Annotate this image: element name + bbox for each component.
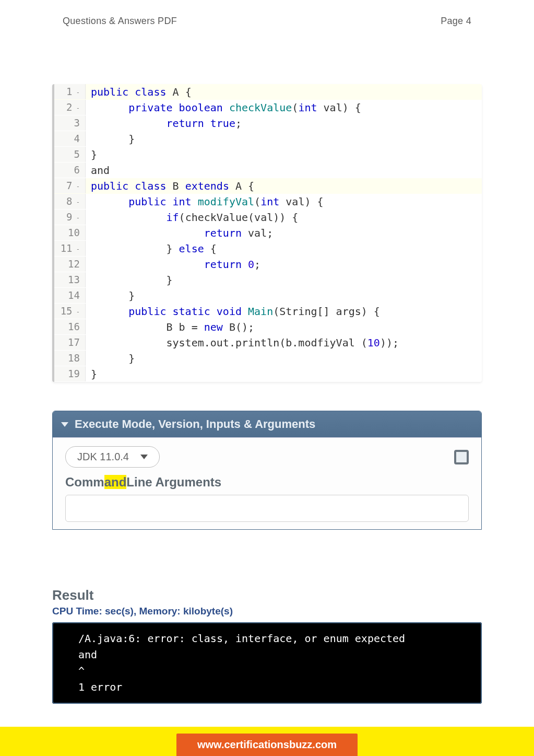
result-title: Result: [52, 587, 482, 603]
code-line: }: [86, 351, 135, 366]
code-row: 9 - if(checkValue(val)) {: [54, 210, 482, 225]
code-row: 2 - private boolean checkValue(int val) …: [54, 100, 482, 115]
code-line: }: [86, 272, 173, 288]
line-number: 1 -: [54, 84, 86, 99]
code-row: 12 return 0;: [54, 257, 482, 272]
line-number: 8 -: [54, 194, 86, 209]
chevron-down-icon: [61, 422, 68, 427]
code-editor: 1 -public class A {2 - private boolean c…: [52, 84, 482, 382]
code-line: public class B extends A {: [86, 178, 254, 194]
cpu-time-line: CPU Time: sec(s), Memory: kilobyte(s): [52, 606, 482, 617]
code-line: return val;: [86, 225, 273, 241]
code-row: 8 - public int modifyVal(int val) {: [54, 194, 482, 210]
content: 1 -public class A {2 - private boolean c…: [0, 27, 534, 704]
terminal-output: /A.java:6: error: class, interface, or e…: [52, 622, 482, 704]
footer-url: www.certificationsbuzz.com: [176, 734, 358, 756]
code-line: }: [86, 288, 135, 304]
code-row: 15 - public static void Main(String[] ar…: [54, 304, 482, 319]
jdk-version-select[interactable]: JDK 11.0.4: [65, 446, 160, 468]
line-number: 6: [54, 162, 86, 178]
code-line: and: [86, 162, 110, 178]
line-number: 19: [54, 366, 86, 381]
code-row: 10 return val;: [54, 225, 482, 241]
code-row: 11 - } else {: [54, 241, 482, 257]
code-line: B b = new B();: [86, 319, 254, 335]
line-number: 13: [54, 272, 86, 287]
line-number: 4: [54, 131, 86, 146]
line-number: 5: [54, 147, 86, 162]
dropdown-row: JDK 11.0.4: [65, 446, 469, 468]
code-line: if(checkValue(val)) {: [86, 210, 298, 225]
code-row: 17 system.out.println(b.modfiyVal (10));: [54, 335, 482, 351]
doc-header-left: Questions & Answers PDF: [63, 16, 177, 27]
code-row: 6and: [54, 162, 482, 178]
chevron-down-icon: [140, 455, 148, 459]
code-line: private boolean checkValue(int val) {: [86, 100, 361, 115]
stop-button[interactable]: [454, 450, 469, 464]
commandline-input[interactable]: [65, 495, 469, 522]
line-number: 14: [54, 288, 86, 303]
line-number: 11 -: [54, 241, 86, 256]
doc-header: Questions & Answers PDF Page 4: [0, 0, 534, 27]
line-number: 2 -: [54, 100, 86, 115]
code-line: }: [86, 147, 97, 162]
execute-panel-title: Execute Mode, Version, Inputs & Argument…: [75, 417, 315, 431]
footer-band: www.certificationsbuzz.com: [0, 727, 534, 756]
code-line: return 0;: [86, 257, 260, 272]
line-number: 10: [54, 225, 86, 240]
line-number: 16: [54, 319, 86, 334]
code-line: return true;: [86, 115, 242, 131]
commandline-label: CommandLine Arguments: [65, 475, 469, 490]
line-number: 15 -: [54, 304, 86, 319]
line-number: 12: [54, 257, 86, 272]
jdk-version-label: JDK 11.0.4: [77, 451, 129, 463]
code-row: 1 -public class A {: [54, 84, 482, 100]
cmd-label-prefix: Comm: [65, 475, 104, 489]
code-line: system.out.println(b.modfiyVal (10));: [86, 335, 399, 351]
page: Questions & Answers PDF Page 4 1 -public…: [0, 0, 534, 756]
line-number: 17: [54, 335, 86, 350]
line-number: 7 -: [54, 178, 86, 193]
execute-panel-body: JDK 11.0.4 CommandLine Arguments: [53, 437, 481, 529]
code-row: 16 B b = new B();: [54, 319, 482, 335]
code-row: 4 }: [54, 131, 482, 147]
line-number: 18: [54, 351, 86, 366]
code-row: 5}: [54, 147, 482, 162]
execute-panel-header[interactable]: Execute Mode, Version, Inputs & Argument…: [53, 411, 481, 437]
code-line: public static void Main(String[] args) {: [86, 304, 380, 319]
execute-panel: Execute Mode, Version, Inputs & Argument…: [52, 411, 482, 530]
code-row: 18 }: [54, 351, 482, 366]
code-line: public class A {: [86, 84, 192, 100]
code-row: 19}: [54, 366, 482, 382]
code-line: } else {: [86, 241, 217, 257]
code-row: 13 }: [54, 272, 482, 288]
code-row: 7 -public class B extends A {: [54, 178, 482, 194]
cmd-label-suffix: Line Arguments: [126, 475, 221, 489]
cmd-label-highlight: and: [104, 475, 127, 489]
code-row: 3 return true;: [54, 115, 482, 131]
code-row: 14 }: [54, 288, 482, 304]
line-number: 9 -: [54, 210, 86, 225]
code-line: }: [86, 131, 135, 147]
code-line: }: [86, 366, 97, 382]
result-section: Result CPU Time: sec(s), Memory: kilobyt…: [52, 587, 482, 704]
code-line: public int modifyVal(int val) {: [86, 194, 324, 210]
line-number: 3: [54, 115, 86, 131]
doc-header-right: Page 4: [441, 16, 471, 27]
